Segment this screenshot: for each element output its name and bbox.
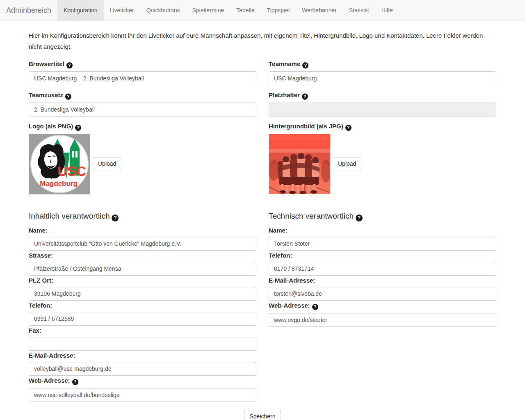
help-icon[interactable]: ?	[66, 62, 73, 68]
content-email-label: E-Mail-Adresse:	[29, 352, 256, 359]
help-icon[interactable]: ?	[356, 215, 363, 221]
help-icon[interactable]: ?	[75, 125, 81, 131]
content-web-input[interactable]	[29, 388, 256, 402]
tech-web-input[interactable]	[269, 313, 496, 327]
tab-spieltermine[interactable]: Spieltermine	[186, 0, 230, 21]
content-name-input[interactable]	[29, 237, 256, 251]
tab-werbebanner[interactable]: Werbebanner	[296, 0, 343, 21]
content-web-label: Web-Adresse:?	[29, 377, 256, 385]
tab-statistik-link[interactable]: Statistik	[343, 0, 375, 21]
help-icon[interactable]: ?	[312, 304, 318, 310]
background-upload-button[interactable]: Upload	[333, 157, 361, 171]
teamzusatz-label: Teamzusatz?	[29, 91, 256, 100]
tech-name-input[interactable]	[269, 237, 496, 251]
tab-statistik[interactable]: Statistik	[343, 0, 375, 21]
teamname-label: Teamname?	[269, 60, 496, 68]
content-telefon-input[interactable]	[29, 312, 256, 326]
tab-tabelle[interactable]: Tabelle	[230, 0, 260, 21]
content-responsible-heading: Inhaltlich verantwortlich?	[29, 212, 256, 221]
app-brand: Adminbereich	[0, 0, 57, 21]
tech-name-label: Name:	[269, 227, 496, 234]
svg-text:Magdeburg: Magdeburg	[40, 180, 78, 187]
help-icon[interactable]: ?	[112, 215, 119, 221]
navbar-tabs: Konfiguration Liveticker Quickbuttons Sp…	[57, 0, 399, 21]
logo-preview-image: USC Magdeburg	[29, 134, 90, 194]
content-email-input[interactable]	[29, 362, 256, 376]
tech-email-input[interactable]	[269, 287, 496, 301]
browsertitel-label: Browsertitel?	[29, 60, 256, 68]
main-content: Hier im Konfigurationsbereich könnt ihr …	[23, 30, 502, 420]
help-icon[interactable]: ?	[302, 94, 308, 100]
tab-liveticker-link[interactable]: Liveticker	[104, 0, 140, 21]
content-fax-label: Fax:	[29, 327, 256, 334]
tech-telefon-input[interactable]	[269, 262, 496, 276]
tab-tippspiel-link[interactable]: Tippspiel	[261, 0, 296, 21]
content-name-label: Name:	[29, 227, 256, 234]
logo-upload-button[interactable]: Upload	[93, 157, 121, 171]
tab-liveticker[interactable]: Liveticker	[104, 0, 140, 21]
teamzusatz-input[interactable]	[29, 103, 256, 116]
hintergrundbild-label: Hintergrundbild (als JPG)?	[269, 123, 496, 131]
tech-email-label: E-Mail-Adresse:	[269, 277, 496, 284]
save-button[interactable]: Speichern	[244, 410, 281, 420]
platzhalter-input	[269, 103, 496, 116]
help-icon[interactable]: ?	[345, 125, 352, 131]
tab-quickbuttons-link[interactable]: Quickbuttons	[140, 0, 186, 21]
tab-werbebanner-link[interactable]: Werbebanner	[296, 0, 343, 21]
tab-hilfe[interactable]: Hilfe	[375, 0, 399, 21]
help-icon[interactable]: ?	[72, 379, 78, 385]
content-telefon-label: Telefon:	[29, 302, 256, 309]
tech-telefon-label: Telefon:	[269, 252, 496, 259]
navbar: Adminbereich Konfiguration Liveticker Qu…	[0, 0, 525, 21]
content-plz-label: PLZ Ort:	[29, 277, 256, 284]
help-icon[interactable]: ?	[65, 94, 71, 100]
content-plz-input[interactable]	[29, 287, 256, 301]
content-strasse-label: Strasse:	[29, 252, 256, 259]
tab-quickbuttons[interactable]: Quickbuttons	[140, 0, 186, 21]
tab-hilfe-link[interactable]: Hilfe	[375, 0, 399, 21]
tab-spieltermine-link[interactable]: Spieltermine	[186, 0, 230, 21]
logo-label: Logo (als PNG)?	[29, 123, 256, 131]
tab-tabelle-link[interactable]: Tabelle	[230, 0, 260, 21]
teamname-input[interactable]	[269, 71, 496, 85]
tab-konfiguration-link[interactable]: Konfiguration	[57, 0, 104, 21]
browsertitel-input[interactable]	[29, 71, 256, 85]
tab-konfiguration[interactable]: Konfiguration	[57, 0, 104, 21]
intro-text: Hier im Konfigurationsbereich könnt ihr …	[29, 30, 496, 52]
tab-tippspiel[interactable]: Tippspiel	[261, 0, 296, 21]
background-preview-image	[269, 134, 330, 194]
tech-web-label: Web-Adresse:?	[269, 302, 496, 310]
content-strasse-input[interactable]	[29, 262, 256, 276]
help-icon[interactable]: ?	[302, 62, 308, 68]
tech-responsible-heading: Technisch verantwortlich?	[269, 212, 496, 221]
platzhalter-label: Platzhalter?	[269, 91, 496, 100]
content-fax-input[interactable]	[29, 337, 256, 351]
svg-text:USC: USC	[57, 164, 86, 179]
